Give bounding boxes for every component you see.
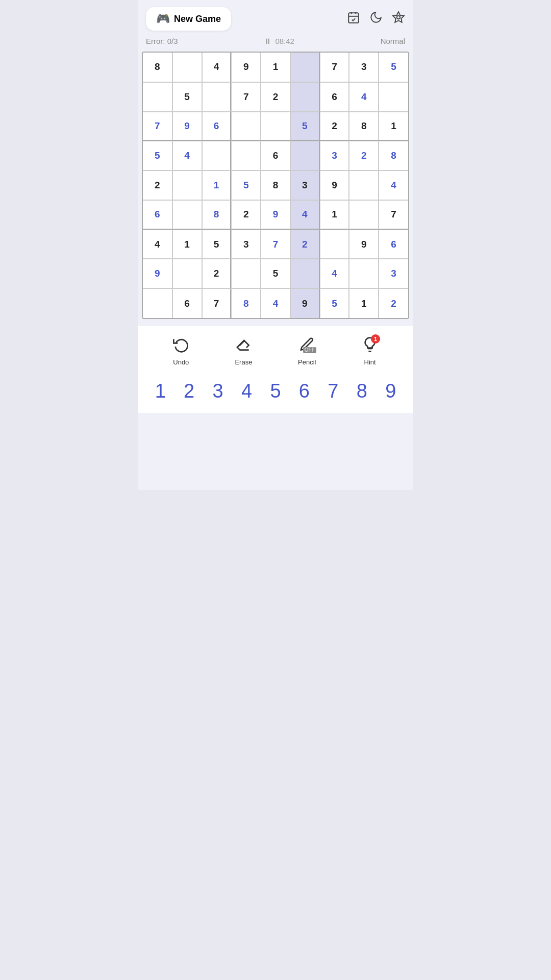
number-button-4[interactable]: 4 xyxy=(238,379,255,403)
erase-button[interactable]: Erase xyxy=(235,336,252,366)
cell[interactable] xyxy=(290,259,320,288)
cell[interactable]: 5 xyxy=(379,53,408,82)
cell[interactable]: 1 xyxy=(320,200,349,230)
cell[interactable]: 6 xyxy=(172,288,202,318)
number-button-8[interactable]: 8 xyxy=(354,379,370,403)
cell[interactable]: 5 xyxy=(231,170,261,200)
moon-icon[interactable] xyxy=(369,11,383,27)
cell[interactable] xyxy=(290,82,320,112)
cell[interactable]: 5 xyxy=(143,141,172,170)
cell[interactable]: 2 xyxy=(349,141,379,170)
cell[interactable] xyxy=(349,259,379,288)
cell[interactable]: 2 xyxy=(143,170,172,200)
cell[interactable]: 3 xyxy=(290,170,320,200)
cell[interactable]: 6 xyxy=(202,112,232,141)
cell[interactable]: 9 xyxy=(349,230,379,259)
cell[interactable]: 5 xyxy=(290,112,320,141)
cell[interactable]: 1 xyxy=(379,112,408,141)
cell[interactable]: 4 xyxy=(202,53,232,82)
pencil-button[interactable]: OFF Pencil xyxy=(298,336,316,366)
cell[interactable]: 9 xyxy=(320,170,349,200)
sudoku-grid: 8491735572647965281546328215839468294174… xyxy=(142,52,409,319)
cell[interactable]: 4 xyxy=(379,170,408,200)
cell[interactable] xyxy=(231,141,261,170)
undo-button[interactable]: Undo xyxy=(173,336,189,366)
cell[interactable] xyxy=(320,230,349,259)
number-button-5[interactable]: 5 xyxy=(267,379,284,403)
cell[interactable] xyxy=(172,170,202,200)
cell[interactable] xyxy=(143,82,172,112)
cell[interactable]: 4 xyxy=(172,141,202,170)
cell[interactable]: 3 xyxy=(349,53,379,82)
cell[interactable]: 4 xyxy=(261,288,290,318)
number-button-7[interactable]: 7 xyxy=(324,379,341,403)
cell[interactable]: 7 xyxy=(320,53,349,82)
cell[interactable] xyxy=(172,53,202,82)
gear-icon[interactable] xyxy=(392,11,405,27)
hint-button[interactable]: 1 Hint xyxy=(362,336,378,366)
cell[interactable]: 3 xyxy=(231,230,261,259)
cell[interactable]: 5 xyxy=(320,288,349,318)
cell[interactable]: 7 xyxy=(143,112,172,141)
cell[interactable]: 2 xyxy=(231,200,261,230)
cell[interactable]: 8 xyxy=(261,170,290,200)
cell[interactable]: 9 xyxy=(172,112,202,141)
cell[interactable]: 1 xyxy=(261,53,290,82)
cell[interactable]: 9 xyxy=(231,53,261,82)
cell[interactable]: 3 xyxy=(320,141,349,170)
cell[interactable]: 9 xyxy=(290,288,320,318)
cell[interactable]: 5 xyxy=(261,259,290,288)
cell[interactable]: 8 xyxy=(202,200,232,230)
cell[interactable]: 6 xyxy=(320,82,349,112)
cell[interactable]: 4 xyxy=(320,259,349,288)
number-button-6[interactable]: 6 xyxy=(296,379,313,403)
cell[interactable]: 3 xyxy=(379,259,408,288)
pause-icon[interactable]: ⏸ xyxy=(264,37,271,45)
cell[interactable] xyxy=(379,82,408,112)
cell[interactable]: 8 xyxy=(379,141,408,170)
cell[interactable]: 8 xyxy=(143,53,172,82)
calendar-check-icon[interactable] xyxy=(347,11,360,27)
cell[interactable]: 2 xyxy=(261,82,290,112)
cell[interactable]: 7 xyxy=(231,82,261,112)
cell[interactable]: 1 xyxy=(349,288,379,318)
cell[interactable]: 6 xyxy=(379,230,408,259)
cell[interactable] xyxy=(202,141,232,170)
cell[interactable]: 1 xyxy=(172,230,202,259)
number-button-1[interactable]: 1 xyxy=(152,379,169,403)
number-button-3[interactable]: 3 xyxy=(210,379,227,403)
cell[interactable]: 2 xyxy=(202,259,232,288)
cell[interactable] xyxy=(231,259,261,288)
cell[interactable]: 6 xyxy=(143,200,172,230)
cell[interactable] xyxy=(349,170,379,200)
cell[interactable]: 7 xyxy=(261,230,290,259)
cell[interactable] xyxy=(172,200,202,230)
cell[interactable]: 7 xyxy=(379,200,408,230)
number-button-2[interactable]: 2 xyxy=(181,379,197,403)
cell[interactable]: 4 xyxy=(349,82,379,112)
cell[interactable]: 4 xyxy=(143,230,172,259)
cell[interactable]: 8 xyxy=(349,112,379,141)
cell[interactable] xyxy=(172,259,202,288)
cell[interactable]: 8 xyxy=(231,288,261,318)
cell[interactable]: 2 xyxy=(290,230,320,259)
cell[interactable]: 2 xyxy=(379,288,408,318)
cell[interactable] xyxy=(349,200,379,230)
cell[interactable]: 4 xyxy=(290,200,320,230)
cell[interactable] xyxy=(143,288,172,318)
new-game-button[interactable]: 🎮 New Game xyxy=(146,7,231,31)
cell[interactable]: 9 xyxy=(143,259,172,288)
cell[interactable] xyxy=(261,112,290,141)
cell[interactable] xyxy=(202,82,232,112)
cell[interactable]: 2 xyxy=(320,112,349,141)
cell[interactable]: 9 xyxy=(261,200,290,230)
cell[interactable]: 5 xyxy=(202,230,232,259)
number-button-9[interactable]: 9 xyxy=(382,379,399,403)
cell[interactable] xyxy=(231,112,261,141)
cell[interactable] xyxy=(290,53,320,82)
cell[interactable]: 7 xyxy=(202,288,232,318)
cell[interactable] xyxy=(290,141,320,170)
cell[interactable]: 6 xyxy=(261,141,290,170)
cell[interactable]: 5 xyxy=(172,82,202,112)
cell[interactable]: 1 xyxy=(202,170,232,200)
